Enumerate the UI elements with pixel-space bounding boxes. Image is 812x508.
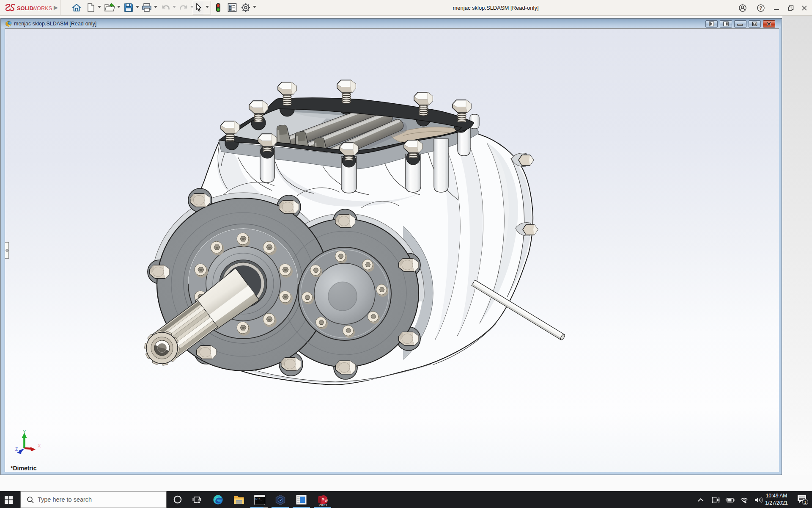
svg-text:SOLID: SOLID [17, 5, 33, 11]
svg-text:WORKS: WORKS [32, 5, 52, 11]
svg-text:?: ? [759, 6, 762, 11]
svg-text:1: 1 [804, 500, 806, 505]
svg-text:C:\_: C:\_ [255, 498, 262, 501]
svg-text:Z: Z [15, 447, 18, 452]
svg-text:S: S [322, 497, 324, 501]
svg-text:2021: 2021 [318, 502, 328, 507]
svg-text:X: X [38, 443, 41, 448]
svg-text:W: W [325, 499, 328, 502]
